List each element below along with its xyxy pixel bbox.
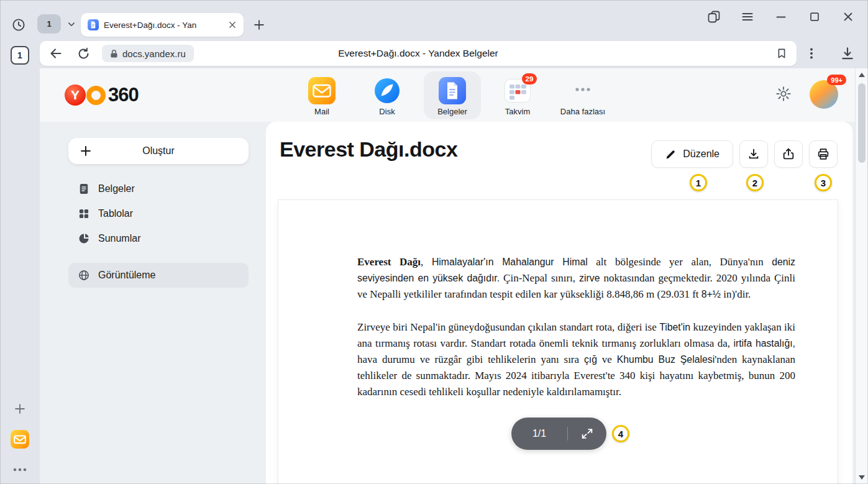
yandex-o-mark bbox=[86, 86, 106, 105]
refresh-icon[interactable] bbox=[75, 45, 91, 62]
sidebar-item-label: Sunumlar bbox=[98, 233, 140, 244]
service-belgeler[interactable]: Belgeler bbox=[424, 71, 481, 119]
doc-paragraph: Everest Dağı, Himalayalar'ın Mahalangur … bbox=[357, 254, 795, 303]
doc-text-run: Everest Dağı bbox=[357, 256, 421, 268]
service-label: Belgeler bbox=[437, 107, 467, 116]
url-chip[interactable]: docs.yandex.ru bbox=[102, 45, 194, 62]
disk-icon bbox=[373, 77, 401, 104]
more-dots-icon bbox=[569, 77, 596, 104]
logo-360-text: 360 bbox=[108, 84, 139, 106]
sidebar-item-sunumlar[interactable]: Sunumlar bbox=[68, 226, 249, 251]
document-icon bbox=[78, 183, 90, 195]
profile-avatar[interactable]: 99+ bbox=[810, 80, 838, 109]
service-label: Disk bbox=[379, 107, 395, 116]
page-scrollbar[interactable] bbox=[855, 68, 868, 484]
document-card: Everest Dağı.docx Düzenle 1 2 3 bbox=[266, 122, 852, 484]
yandex-mail-shortcut-icon[interactable] bbox=[11, 430, 29, 449]
annotation-marker-1: 1 bbox=[690, 174, 707, 191]
document-favicon bbox=[88, 19, 99, 30]
expand-icon bbox=[580, 427, 594, 441]
download-button[interactable] bbox=[739, 140, 768, 168]
plus-icon bbox=[79, 144, 93, 158]
page-indicator-pill[interactable]: 1/1 bbox=[511, 418, 606, 450]
doc-text-run: Khumbu Buz Şelalesi bbox=[617, 354, 715, 365]
chevron-down-icon[interactable] bbox=[63, 16, 80, 32]
sidebar-more-icon[interactable] bbox=[12, 465, 28, 475]
mail-icon bbox=[308, 77, 336, 104]
globe-icon bbox=[78, 269, 90, 281]
yandex-y-mark: Y bbox=[65, 84, 86, 106]
web-content: Y 360 Mail Disk Belgeler bbox=[40, 68, 855, 484]
bookmark-icon[interactable] bbox=[775, 47, 788, 60]
notification-badge: 99+ bbox=[827, 75, 846, 85]
history-clock-icon[interactable] bbox=[11, 17, 26, 32]
sidebar-item-belgeler[interactable]: Belgeler bbox=[68, 176, 249, 201]
address-page-title: Everest+Dağı.docx - Yandex Belgeler bbox=[226, 48, 610, 59]
share-button[interactable] bbox=[774, 140, 803, 168]
kebab-menu-icon[interactable] bbox=[804, 46, 819, 61]
fullscreen-button[interactable] bbox=[568, 427, 606, 441]
sidebar-item-label: Görüntüleme bbox=[98, 270, 156, 281]
service-more[interactable]: Daha fazlası bbox=[554, 71, 611, 119]
edit-button-label: Düzenle bbox=[683, 148, 720, 160]
print-button[interactable] bbox=[809, 140, 838, 168]
doc-text-run: ve bbox=[597, 354, 617, 365]
doc-paragraph: Zirveye biri Nepal'in güneydoğusundan çı… bbox=[357, 319, 795, 400]
service-takvim[interactable]: 29 Takvim bbox=[489, 71, 546, 119]
edit-button[interactable]: Düzenle bbox=[651, 140, 733, 168]
create-button[interactable]: Oluştur bbox=[68, 138, 249, 164]
doc-text-run: Himalayalar'ın Mahalangur Himal bbox=[432, 257, 588, 267]
grid-icon bbox=[78, 208, 90, 220]
minimize-icon[interactable] bbox=[773, 9, 789, 25]
sidebar-item-tablolar[interactable]: Tablolar bbox=[68, 201, 249, 226]
menu-icon[interactable] bbox=[739, 9, 756, 25]
doc-text-run: Çin-Nepal sınırı, bbox=[500, 272, 579, 284]
content-area: Oluştur Belgeler Tablolar Sunumlar Görün… bbox=[40, 122, 855, 484]
annotation-marker-2: 2 bbox=[746, 174, 764, 191]
doc-text-run: çığ bbox=[584, 354, 597, 365]
address-bar[interactable]: docs.yandex.ru Everest+Dağı.docx - Yande… bbox=[40, 41, 797, 66]
services-nav: Mail Disk Belgeler 29 Takvim bbox=[293, 71, 611, 119]
download-icon bbox=[747, 147, 761, 161]
service-label: Mail bbox=[314, 107, 329, 116]
service-disk[interactable]: Disk bbox=[359, 71, 416, 119]
annotation-marker-3: 3 bbox=[815, 174, 832, 191]
tab-panel-icon[interactable] bbox=[706, 9, 722, 25]
calendar-icon: 29 bbox=[504, 77, 531, 104]
scrollbar-thumb[interactable] bbox=[858, 83, 866, 163]
back-icon[interactable] bbox=[48, 45, 64, 62]
lock-icon bbox=[110, 49, 118, 58]
browser-tab[interactable]: Everest+Dağı.docx - Yan bbox=[81, 13, 244, 37]
yandex360-header: Y 360 Mail Disk Belgeler bbox=[40, 68, 855, 122]
documents-icon bbox=[439, 77, 466, 104]
sidebar-item-goruntuleme[interactable]: Görüntüleme bbox=[68, 263, 249, 288]
tab-close-icon[interactable] bbox=[226, 19, 239, 31]
url-domain: docs.yandex.ru bbox=[122, 48, 186, 59]
yandex360-logo[interactable]: Y 360 bbox=[65, 84, 139, 106]
sidebar-nav: Belgeler Tablolar Sunumlar Görüntüleme bbox=[68, 176, 249, 288]
scroll-up-icon[interactable] bbox=[859, 73, 865, 77]
doc-text-run: hava durumu ve rüzgâr gibi tehlikelerin … bbox=[357, 354, 584, 365]
tab-title: Everest+Dağı.docx - Yan bbox=[104, 21, 221, 30]
close-icon[interactable] bbox=[840, 9, 856, 25]
doc-text-run: zirve bbox=[579, 273, 600, 283]
document-actions: Düzenle bbox=[651, 140, 838, 168]
service-mail[interactable]: Mail bbox=[293, 71, 350, 119]
doc-text-run: irtifa hastalığı, bbox=[733, 338, 795, 349]
doc-text-run: , bbox=[421, 256, 432, 268]
pie-chart-icon bbox=[78, 232, 90, 245]
service-label: Daha fazlası bbox=[560, 107, 605, 116]
new-tab-button[interactable] bbox=[250, 16, 268, 34]
doc-text-run: Tibet'in bbox=[659, 322, 690, 332]
sidebar-add-icon[interactable] bbox=[12, 401, 27, 416]
scroll-down-icon[interactable] bbox=[859, 475, 865, 480]
settings-gear-icon[interactable] bbox=[775, 86, 792, 102]
doc-text-run: in)'dir. bbox=[721, 288, 751, 300]
downloads-icon[interactable] bbox=[839, 45, 856, 62]
window-controls bbox=[706, 9, 856, 25]
sidebar-panel-toggle[interactable]: 1 bbox=[11, 46, 29, 65]
tab-group-chip[interactable]: 1 bbox=[37, 14, 61, 34]
maximize-icon[interactable] bbox=[806, 9, 823, 25]
calendar-badge: 29 bbox=[522, 73, 537, 84]
sidebar-item-label: Tablolar bbox=[98, 208, 133, 219]
